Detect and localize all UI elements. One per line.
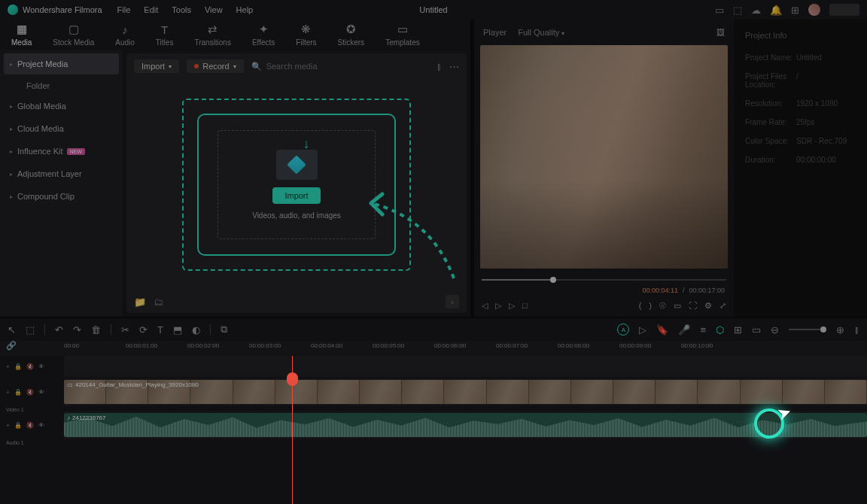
mixer-icon[interactable]: ≡ <box>700 324 706 335</box>
current-time: 00:00:04:11 <box>642 287 678 294</box>
apps-icon[interactable]: ⊞ <box>791 5 799 16</box>
lock-icon[interactable]: 🔒 <box>14 422 22 429</box>
tab-filters[interactable]: ❋Filters <box>296 23 316 47</box>
add-track-icon[interactable]: + <box>6 422 10 429</box>
filter-icon[interactable]: ⫿ <box>437 61 442 72</box>
screen-icon[interactable]: ▭ <box>715 5 724 16</box>
video-track-header[interactable]: +🔒🔇👁 <box>0 378 64 405</box>
sidebar-item-global-media[interactable]: Global Media <box>4 96 119 117</box>
playhead[interactable] <box>292 356 293 504</box>
capture-icon[interactable]: ⦾ <box>659 301 666 311</box>
video-clip[interactable]: ▭420144_Guitar_Musician_Playing_3920x108… <box>64 380 867 404</box>
timeline-ruler[interactable]: 🔗 00:0000:00:01:0000:00:02:0000:00:03:00… <box>0 341 867 356</box>
tab-stock-media[interactable]: ▢Stock Media <box>53 23 94 47</box>
undo-button[interactable]: ↶ <box>55 324 63 335</box>
menu-file[interactable]: File <box>117 5 131 14</box>
menu-help[interactable]: Help <box>236 5 254 14</box>
bell-icon[interactable]: 🔔 <box>770 5 782 16</box>
collapse-button[interactable]: ‹ <box>446 295 459 308</box>
tab-audio[interactable]: ♪Audio <box>115 23 135 47</box>
record-icon <box>194 64 199 68</box>
expand-icon[interactable]: ⤢ <box>719 301 726 311</box>
render-icon[interactable]: ▷ <box>639 324 646 335</box>
select-tool-icon[interactable]: ⬚ <box>26 324 35 335</box>
marker-icon[interactable]: 🔖 <box>656 324 668 335</box>
import-dropdown[interactable]: Import▾ <box>134 59 179 73</box>
snap-icon[interactable]: ⊞ <box>734 324 742 335</box>
hide-icon[interactable]: 👁 <box>38 422 44 429</box>
tab-templates[interactable]: ▭Templates <box>385 23 420 47</box>
menu-tools[interactable]: Tools <box>172 5 191 14</box>
audio-clip[interactable]: ♪2412238767 <box>64 413 867 437</box>
tab-media[interactable]: ▦Media <box>11 23 32 47</box>
record-dropdown[interactable]: Record▾ <box>187 59 243 73</box>
preview-viewport[interactable] <box>480 45 728 269</box>
tab-effects[interactable]: ✦Effects <box>252 23 275 47</box>
tab-stickers[interactable]: ✪Stickers <box>338 23 365 47</box>
speed-button[interactable]: ⟳ <box>139 324 148 335</box>
group-button[interactable]: ⧉ <box>221 323 227 335</box>
stop-button[interactable]: □ <box>522 301 528 310</box>
sidebar-item-influence-kit[interactable]: Influence KitNEW <box>4 141 119 162</box>
split-button[interactable]: ✂ <box>121 324 129 335</box>
next-frame-button[interactable]: ▷ <box>509 301 515 311</box>
sidebar-item-compound-clip[interactable]: Compound Clip <box>4 186 119 207</box>
import-dropzone[interactable]: ↓ Import Videos, audio, and images <box>126 79 467 290</box>
detach-icon[interactable]: ⛶ <box>689 301 697 310</box>
menu-edit[interactable]: Edit <box>144 5 158 14</box>
download-icon[interactable]: ⬚ <box>733 5 742 16</box>
redo-button[interactable]: ↷ <box>73 324 81 335</box>
cloud-icon[interactable]: ☁ <box>751 5 761 16</box>
menu-view[interactable]: View <box>205 5 223 14</box>
color-button[interactable]: ◐ <box>192 324 200 335</box>
mark-out-button[interactable]: ) <box>649 301 652 310</box>
login-button[interactable] <box>829 4 859 16</box>
timeline-link-icon[interactable]: 🔗 <box>0 338 23 353</box>
sidebar-item-project-media[interactable]: Project Media <box>4 53 119 74</box>
zoom-out-icon[interactable]: ⊖ <box>771 324 779 335</box>
project-info-panel: Project Info Project Name:Untitled Proje… <box>734 20 867 317</box>
hide-icon[interactable]: 👁 <box>38 363 44 370</box>
display-icon[interactable]: ▭ <box>674 301 681 311</box>
add-track-icon[interactable]: + <box>6 363 10 370</box>
sidebar-item-adjustment-layer[interactable]: Adjustment Layer <box>4 163 119 184</box>
snapshot-icon[interactable]: 🖼 <box>716 28 725 37</box>
tab-transitions[interactable]: ⇄Transitions <box>194 23 231 47</box>
search-box[interactable]: 🔍 <box>251 62 429 71</box>
prev-frame-button[interactable]: ◁ <box>482 301 488 311</box>
settings-icon[interactable]: ⚙ <box>704 301 712 311</box>
tab-titles[interactable]: TTitles <box>156 23 174 47</box>
search-input[interactable] <box>266 62 429 71</box>
new-bin-icon[interactable]: 🗂 <box>154 296 163 308</box>
mute-icon[interactable]: 🔇 <box>26 389 34 396</box>
voiceover-icon[interactable]: 🎤 <box>678 324 690 335</box>
zoom-in-icon[interactable]: ⊕ <box>836 324 844 335</box>
lock-icon[interactable]: 🔒 <box>14 389 22 396</box>
play-button[interactable]: ▷ <box>495 301 501 311</box>
track-icon[interactable]: ▭ <box>752 324 761 335</box>
text-button[interactable]: T <box>157 324 163 335</box>
crop-button[interactable]: ⬒ <box>173 324 182 335</box>
delete-button[interactable]: 🗑 <box>91 324 101 335</box>
quality-dropdown[interactable]: Full Quality ▾ <box>518 28 564 37</box>
import-button[interactable]: Import <box>272 187 320 204</box>
preview-scrubber[interactable] <box>482 273 726 287</box>
search-icon: 🔍 <box>251 62 262 71</box>
mute-icon[interactable]: 🔇 <box>26 363 34 370</box>
zoom-slider[interactable] <box>789 329 826 330</box>
auto-badge-icon[interactable]: A <box>617 323 629 335</box>
lock-icon[interactable]: 🔒 <box>14 363 22 370</box>
mark-in-button[interactable]: ( <box>639 301 642 310</box>
sidebar-item-cloud-media[interactable]: Cloud Media <box>4 118 119 139</box>
sidebar-folder[interactable]: Folder <box>4 76 119 96</box>
keyframe-icon[interactable]: ⬡ <box>716 324 724 335</box>
add-track-icon[interactable]: + <box>6 389 10 396</box>
hide-icon[interactable]: 👁 <box>38 389 44 396</box>
new-folder-icon[interactable]: 📁 <box>134 296 146 308</box>
pointer-tool-icon[interactable]: ↖ <box>8 324 16 335</box>
more-icon[interactable]: ⋯ <box>449 61 459 72</box>
audio-track-header[interactable]: +🔒🔇👁 <box>0 411 64 439</box>
view-options-icon[interactable]: ⫿ <box>854 324 859 335</box>
mute-icon[interactable]: 🔇 <box>26 422 34 429</box>
avatar[interactable] <box>808 4 820 16</box>
